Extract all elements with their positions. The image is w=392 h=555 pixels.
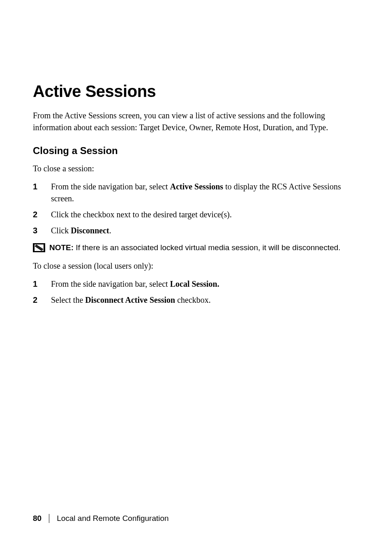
steps-list-2: 1 From the side navigation bar, select L…: [33, 278, 359, 306]
footer-section: Local and Remote Configuration: [57, 514, 169, 523]
step-number: 2: [33, 294, 51, 306]
intro-paragraph: From the Active Sessions screen, you can…: [33, 110, 359, 134]
footer-divider: [49, 514, 49, 523]
list-item: 3 Click Disconnect.: [33, 225, 359, 237]
sub-heading: Closing a Session: [33, 145, 359, 157]
list-item: 2 Select the Disconnect Active Session c…: [33, 294, 359, 306]
note-label: NOTE:: [49, 243, 74, 252]
main-heading: Active Sessions: [33, 82, 359, 101]
lead-text-1: To close a session:: [33, 164, 359, 173]
page-footer: 80 Local and Remote Configuration: [33, 514, 169, 523]
list-item: 1 From the side navigation bar, select A…: [33, 181, 359, 205]
step-number: 1: [33, 278, 51, 290]
step-text: Select the Disconnect Active Session che…: [51, 294, 359, 306]
step-text: Click the checkbox next to the desired t…: [51, 209, 359, 221]
step-text: From the side navigation bar, select Act…: [51, 181, 359, 205]
note-icon: [33, 243, 45, 252]
step-number: 1: [33, 181, 51, 193]
note-block: NOTE: If there is an associated locked v…: [33, 242, 359, 253]
list-item: 1 From the side navigation bar, select L…: [33, 278, 359, 290]
step-text: Click Disconnect.: [51, 225, 359, 237]
steps-list-1: 1 From the side navigation bar, select A…: [33, 181, 359, 237]
note-text: NOTE: If there is an associated locked v…: [49, 242, 341, 253]
step-number: 2: [33, 209, 51, 221]
page-number: 80: [33, 514, 42, 523]
lead-text-2: To close a session (local users only):: [33, 261, 359, 271]
list-item: 2 Click the checkbox next to the desired…: [33, 209, 359, 221]
step-number: 3: [33, 225, 51, 237]
step-text: From the side navigation bar, select Loc…: [51, 278, 359, 290]
